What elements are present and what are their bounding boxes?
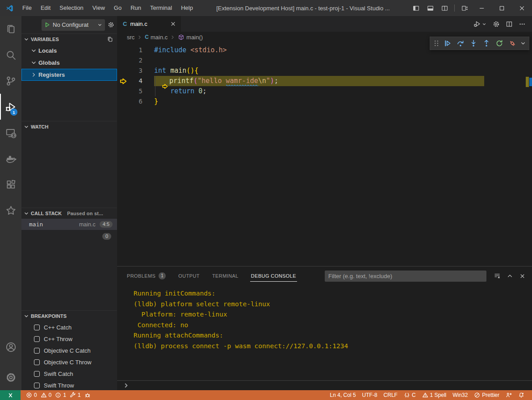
activity-run-and-debug[interactable]: 1: [0, 94, 21, 120]
clear-console-icon[interactable]: [494, 272, 501, 279]
close-tab-icon[interactable]: [170, 21, 176, 27]
menu-terminal[interactable]: Terminal: [146, 0, 176, 16]
breadcrumb-item-1[interactable]: src: [127, 34, 134, 41]
start-debug-icon[interactable]: [44, 21, 50, 28]
code-text[interactable]: #include <stdio.h>: [154, 45, 227, 55]
restart-button[interactable]: [494, 38, 505, 49]
code-line-5[interactable]: 5 return 0;: [117, 86, 532, 96]
breakpoints-header[interactable]: BREAKPOINTS: [21, 311, 117, 321]
code-line-3[interactable]: 3int main(){: [117, 66, 532, 76]
layout-columns-toggle[interactable]: [437, 0, 452, 16]
split-editor-icon[interactable]: [506, 21, 513, 28]
continue-button[interactable]: [442, 38, 453, 49]
gutter-glyph-margin[interactable]: [117, 66, 130, 76]
menu-view[interactable]: View: [88, 0, 109, 16]
layout-customize-toggle[interactable]: [457, 0, 472, 16]
gutter-glyph-margin[interactable]: [117, 55, 130, 66]
code-text[interactable]: return 0;: [154, 86, 206, 96]
tab-main-c[interactable]: C main.c: [117, 16, 181, 32]
copy-value-icon[interactable]: [107, 36, 113, 43]
activity-search[interactable]: [0, 42, 21, 68]
status-warnings[interactable]: 0: [39, 390, 54, 400]
disconnect-button[interactable]: [507, 38, 518, 49]
breakpoint-checkbox[interactable]: [34, 359, 40, 365]
maximize-button[interactable]: [492, 0, 512, 16]
panel-tab-problems[interactable]: PROBLEMS1: [126, 270, 167, 283]
stack-frame-row[interactable]: mainmain.c4:5: [21, 219, 117, 230]
status-debug-status[interactable]: [83, 390, 92, 400]
remote-indicator[interactable]: [0, 390, 21, 400]
console-filter-input[interactable]: [325, 271, 486, 282]
breakpoint-row[interactable]: Swift Throw: [21, 379, 117, 390]
status-feedback[interactable]: [503, 390, 515, 400]
gutter-glyph-margin[interactable]: [117, 45, 130, 55]
code-line-2[interactable]: 2: [117, 55, 532, 66]
activity-docker[interactable]: [0, 146, 21, 171]
settings-gear-icon[interactable]: [493, 21, 500, 28]
menu-help[interactable]: Help: [176, 0, 197, 16]
layout-sidebar-toggle[interactable]: [409, 0, 423, 16]
variables-item-globals[interactable]: Globals: [21, 57, 117, 69]
variables-item-registers[interactable]: Registers: [21, 69, 117, 81]
status-spell-checker[interactable]: 1 Spell: [419, 390, 450, 400]
gutter-glyph-margin[interactable]: [117, 96, 130, 107]
menu-go[interactable]: Go: [109, 0, 126, 16]
breakpoint-row[interactable]: Swift Catch: [21, 368, 117, 379]
breadcrumb-item-3[interactable]: main(): [178, 34, 203, 41]
gutter-glyph-margin[interactable]: [117, 76, 130, 86]
maximize-panel-icon[interactable]: [507, 273, 513, 279]
breakpoint-row[interactable]: Objective C Catch: [21, 345, 117, 356]
close-button[interactable]: [512, 0, 532, 16]
status-errors[interactable]: 0: [24, 390, 39, 400]
configure-gear-icon[interactable]: [108, 21, 114, 28]
menu-file[interactable]: File: [18, 0, 36, 16]
more-sessions-button[interactable]: [519, 38, 527, 49]
code-text[interactable]: int main(){: [154, 66, 198, 76]
code-text[interactable]: printf("hello wamr-ide\n");: [154, 76, 278, 86]
breakpoint-checkbox[interactable]: [34, 371, 40, 377]
gutter-glyph-margin[interactable]: [117, 86, 130, 96]
activity-remote-explorer[interactable]: [0, 120, 21, 146]
status-language-mode[interactable]: C: [401, 390, 419, 400]
close-panel-icon[interactable]: [519, 273, 526, 279]
panel-tab-debug-console[interactable]: DEBUG CONSOLE: [250, 271, 297, 282]
debug-console-input[interactable]: [117, 380, 532, 390]
status-notifications[interactable]: [515, 390, 528, 400]
launch-config-dropdown[interactable]: No Configurat: [42, 19, 105, 31]
step-out-button[interactable]: [481, 38, 492, 49]
code-line-6[interactable]: 6}: [117, 96, 532, 107]
menu-run[interactable]: Run: [126, 0, 146, 16]
activity-extensions[interactable]: [0, 171, 21, 197]
breakpoint-row[interactable]: Objective C Throw: [21, 356, 117, 368]
breakpoint-row[interactable]: C++ Catch: [21, 321, 117, 333]
activity-accounts[interactable]: [0, 334, 21, 360]
status-encoding[interactable]: UTF-8: [359, 390, 381, 400]
variables-item-locals[interactable]: Locals: [21, 45, 117, 57]
code-text[interactable]: }: [154, 96, 158, 107]
breakpoint-checkbox[interactable]: [34, 348, 40, 354]
call-stack-header[interactable]: CALL STACK Paused on st...: [21, 208, 117, 219]
menu-edit[interactable]: Edit: [36, 0, 55, 16]
panel-tab-terminal[interactable]: TERMINAL: [211, 271, 239, 282]
variables-header[interactable]: VARIABLES: [21, 34, 117, 45]
status-eol[interactable]: CRLF: [381, 390, 401, 400]
code-editor[interactable]: 1#include <stdio.h>23int main(){4 printf…: [117, 42, 532, 266]
step-into-button[interactable]: [468, 38, 479, 49]
activity-source-control[interactable]: [0, 68, 21, 94]
status-cursor-position[interactable]: Ln 4, Col 5: [327, 390, 359, 400]
status-platform[interactable]: Win32: [449, 390, 471, 400]
breakpoint-row[interactable]: C++ Throw: [21, 333, 117, 345]
activity-settings[interactable]: [0, 364, 21, 390]
breakpoint-checkbox[interactable]: [34, 325, 40, 330]
watch-header[interactable]: WATCH: [21, 121, 117, 132]
status-infos[interactable]: 1: [53, 390, 68, 400]
status-prettier[interactable]: Prettier: [471, 390, 503, 400]
breakpoint-checkbox[interactable]: [34, 336, 40, 342]
layout-panel-toggle[interactable]: [423, 0, 437, 16]
activity-explorer[interactable]: [0, 16, 21, 42]
run-or-debug-button[interactable]: [473, 20, 487, 28]
more-actions-icon[interactable]: [519, 21, 526, 28]
code-line-4[interactable]: 4 printf("hello wamr-ide\n");: [117, 76, 532, 86]
minimize-button[interactable]: [472, 0, 492, 16]
step-over-button[interactable]: [455, 38, 466, 49]
